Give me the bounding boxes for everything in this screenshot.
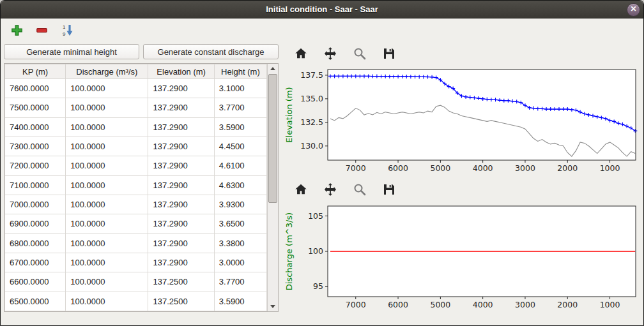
initial-condition-table: KP (m)Discharge (m³/s)Elevation (m)Heigh… bbox=[4, 64, 267, 311]
svg-text:130.0: 130.0 bbox=[300, 141, 323, 151]
table-cell[interactable]: 4.6100 bbox=[214, 156, 266, 175]
table-cell[interactable]: 137.2900 bbox=[148, 79, 214, 98]
magnifier-icon bbox=[353, 47, 367, 61]
table-cell[interactable]: 7000.0000 bbox=[5, 195, 66, 214]
table-cell[interactable]: 3.7700 bbox=[214, 98, 266, 117]
pan-button[interactable] bbox=[323, 182, 338, 197]
scrollbar-track[interactable] bbox=[268, 73, 278, 302]
table-row: 7300.0000100.0000137.29004.4500 bbox=[5, 137, 267, 156]
save-button[interactable] bbox=[381, 46, 397, 61]
table-cell[interactable]: 100.0000 bbox=[66, 253, 148, 272]
table-cell[interactable]: 100.0000 bbox=[66, 175, 148, 195]
titlebar[interactable]: Initial condition - Saar - Saar ✕ bbox=[1, 1, 643, 19]
table-cell[interactable]: 137.2900 bbox=[148, 214, 214, 233]
minus-icon bbox=[36, 24, 48, 36]
table-cell[interactable]: 100.0000 bbox=[66, 79, 148, 98]
table-cell[interactable]: 6500.0000 bbox=[5, 292, 66, 311]
table-cell[interactable]: 100.0000 bbox=[66, 272, 148, 292]
table-scrollbar[interactable] bbox=[267, 64, 278, 311]
table-cell[interactable]: 137.2900 bbox=[148, 195, 214, 214]
table-cell[interactable]: 7500.0000 bbox=[5, 98, 66, 117]
zoom-button[interactable] bbox=[352, 46, 367, 61]
generate-constant-discharge-button[interactable]: Generate constant discharge bbox=[143, 44, 279, 59]
table-row: 6800.0000100.0000137.29003.3800 bbox=[5, 233, 267, 253]
svg-text:7000: 7000 bbox=[346, 163, 366, 173]
table-row: 7400.0000100.0000137.29003.5900 bbox=[5, 117, 267, 137]
table-cell[interactable]: 6700.0000 bbox=[5, 253, 66, 272]
svg-text:1000: 1000 bbox=[600, 163, 620, 173]
svg-text:5000: 5000 bbox=[430, 300, 450, 309]
table-cell[interactable]: 137.2900 bbox=[148, 253, 214, 272]
add-row-button[interactable] bbox=[10, 23, 24, 38]
arrow-up-icon bbox=[270, 67, 275, 70]
table-cell[interactable]: 7400.0000 bbox=[5, 117, 66, 137]
table-cell[interactable]: 3.5900 bbox=[214, 292, 266, 311]
table-cell[interactable]: 6800.0000 bbox=[5, 233, 66, 253]
svg-text:132.5: 132.5 bbox=[300, 117, 323, 127]
table-cell[interactable]: 100.0000 bbox=[66, 117, 148, 137]
table-cell[interactable]: 100.0000 bbox=[66, 137, 148, 156]
save-button[interactable] bbox=[381, 182, 397, 197]
table-cell[interactable]: 137.2500 bbox=[148, 292, 214, 311]
scroll-down-button[interactable] bbox=[268, 302, 278, 311]
table-cell[interactable]: 100.0000 bbox=[66, 292, 148, 311]
table-cell[interactable]: 137.2500 bbox=[148, 272, 214, 292]
table-cell[interactable]: 3.9300 bbox=[214, 195, 266, 214]
table-cell[interactable]: 137.2900 bbox=[148, 137, 214, 156]
table-cell[interactable]: 3.0000 bbox=[214, 253, 266, 272]
table-cell[interactable]: 4.4500 bbox=[214, 137, 266, 156]
table-cell[interactable]: 137.2900 bbox=[148, 156, 214, 175]
table-cell[interactable]: 3.1000 bbox=[214, 79, 266, 98]
elevation-plot-toolbar bbox=[283, 43, 640, 64]
column-header[interactable]: Height (m) bbox=[214, 64, 266, 79]
plus-icon bbox=[11, 24, 23, 36]
svg-text:2000: 2000 bbox=[557, 163, 578, 173]
table-cell[interactable]: 100.0000 bbox=[66, 98, 148, 117]
table-cell[interactable]: 100.0000 bbox=[66, 233, 148, 253]
table-cell[interactable]: 100.0000 bbox=[66, 214, 148, 233]
table-cell[interactable]: 7600.0000 bbox=[5, 79, 66, 98]
table-cell[interactable]: 7100.0000 bbox=[5, 175, 66, 195]
sort-button[interactable]: 1 9 bbox=[59, 22, 75, 38]
close-button[interactable]: ✕ bbox=[627, 3, 640, 17]
table-cell[interactable]: 3.5900 bbox=[214, 117, 266, 137]
table-cell[interactable]: 3.3800 bbox=[214, 233, 266, 253]
initial-condition-table-wrap: KP (m)Discharge (m³/s)Elevation (m)Heigh… bbox=[4, 63, 279, 312]
pan-button[interactable] bbox=[323, 46, 338, 61]
svg-text:9: 9 bbox=[63, 31, 66, 36]
main-content: Generate minimal height Generate constan… bbox=[1, 41, 643, 325]
remove-row-button[interactable] bbox=[34, 23, 49, 38]
plots-panel: 7000600050004000300020001000130.0132.513… bbox=[280, 41, 643, 325]
scroll-up-button[interactable] bbox=[268, 64, 278, 73]
table-cell[interactable]: 7200.0000 bbox=[5, 156, 66, 175]
zoom-button[interactable] bbox=[352, 182, 367, 197]
table-cell[interactable]: 137.2900 bbox=[148, 175, 214, 195]
table-cell[interactable]: 4.6300 bbox=[214, 175, 266, 195]
table-cell[interactable]: 3.6500 bbox=[214, 214, 266, 233]
column-header[interactable]: KP (m) bbox=[5, 64, 66, 79]
elevation-chart[interactable]: 7000600050004000300020001000130.0132.513… bbox=[283, 64, 640, 179]
table-cell[interactable]: 137.2900 bbox=[148, 233, 214, 253]
svg-text:135.0: 135.0 bbox=[300, 94, 323, 103]
discharge-chart[interactable]: 700060005000400030002000100095100105Disc… bbox=[283, 200, 640, 316]
table-cell[interactable]: 137.2900 bbox=[148, 98, 214, 117]
svg-text:1: 1 bbox=[63, 24, 66, 30]
table-cell[interactable]: 6600.0000 bbox=[5, 272, 66, 292]
table-cell[interactable]: 100.0000 bbox=[66, 195, 148, 214]
home-button[interactable] bbox=[293, 182, 309, 197]
table-cell[interactable]: 137.2900 bbox=[148, 117, 214, 137]
column-header[interactable]: Discharge (m³/s) bbox=[66, 64, 148, 79]
home-button[interactable] bbox=[293, 46, 309, 61]
floppy-save-icon bbox=[382, 182, 396, 196]
magnifier-icon bbox=[353, 182, 367, 196]
move-icon bbox=[323, 182, 337, 196]
scrollbar-thumb[interactable] bbox=[268, 74, 277, 203]
table-cell[interactable]: 100.0000 bbox=[66, 156, 148, 175]
table-cell[interactable]: 7300.0000 bbox=[5, 137, 66, 156]
window-title: Initial condition - Saar - Saar bbox=[1, 4, 643, 14]
svg-text:105: 105 bbox=[308, 211, 323, 220]
generate-minimal-height-button[interactable]: Generate minimal height bbox=[4, 44, 139, 59]
column-header[interactable]: Elevation (m) bbox=[148, 64, 214, 79]
table-cell[interactable]: 3.7700 bbox=[214, 272, 266, 292]
table-cell[interactable]: 6900.0000 bbox=[5, 214, 66, 233]
